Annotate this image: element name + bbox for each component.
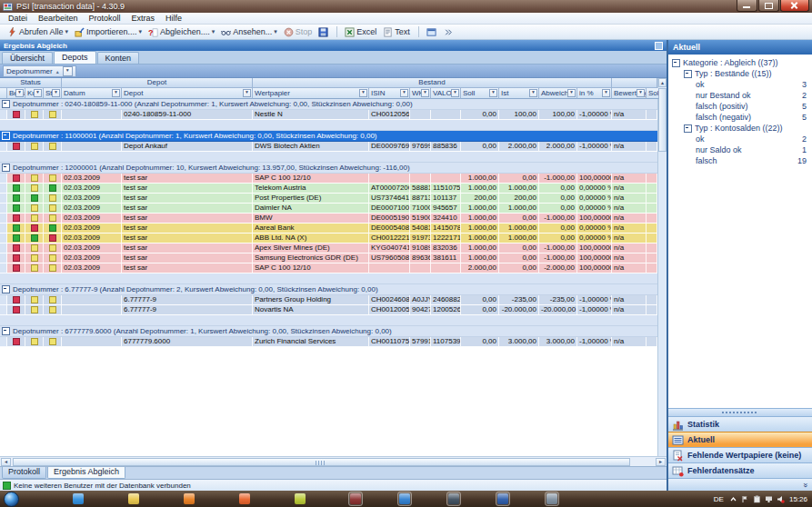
volume-icon[interactable] xyxy=(777,495,785,503)
scroll-left-arrow[interactable] xyxy=(1,458,11,466)
horizontal-scroll-thumb[interactable] xyxy=(13,458,630,466)
toolbar-button-window-icon[interactable] xyxy=(424,26,439,38)
table-row[interactable]: 02.03.2009test sarApex Silver Mines (DE)… xyxy=(0,244,657,254)
filter-dropdown-icon[interactable] xyxy=(15,89,24,97)
filter-dropdown-icon[interactable] xyxy=(34,89,42,97)
browser-icon[interactable] xyxy=(398,492,411,505)
horizontal-scrollbar[interactable] xyxy=(0,456,667,466)
column-header-depot[interactable]: Depot xyxy=(122,88,253,99)
toolbar-button-abgleichen[interactable]: ?Abgleichen.... xyxy=(145,26,217,38)
column-header-datum[interactable]: Datum xyxy=(62,88,122,99)
tree-item-kategorie-abgleich-37[interactable]: Kategorie : Abgleich ((37)) xyxy=(668,57,812,68)
tab-übersicht[interactable]: Übersicht xyxy=(2,52,53,64)
table-row[interactable]: Depot AnkaufDWS Biotech AktienDE00097699… xyxy=(0,142,657,152)
filter-dropdown-icon[interactable] xyxy=(637,89,645,97)
app-window-icon[interactable] xyxy=(349,492,362,505)
start-button[interactable] xyxy=(4,492,19,507)
vertical-scroll-thumb[interactable] xyxy=(658,88,667,152)
collapse-icon[interactable] xyxy=(2,285,10,293)
tree-item-falsch[interactable]: falsch19 xyxy=(668,155,812,166)
filter-dropdown-icon[interactable] xyxy=(52,89,60,97)
filter-dropdown-icon[interactable] xyxy=(489,89,497,97)
filter-dropdown-icon[interactable] xyxy=(112,89,120,97)
database-icon[interactable] xyxy=(447,492,460,505)
column-header-abweich[interactable]: Abweich xyxy=(539,88,577,99)
group-header-row[interactable]: Depotnummer : 6.77777-9 (Anzahl Depotnum… xyxy=(0,284,657,295)
column-header-ist[interactable]: Ist xyxy=(499,88,539,99)
filter-dropdown-icon[interactable] xyxy=(243,89,251,97)
group-header-row[interactable]: Depotnummer : 11000001 (Anzahl Depotnumm… xyxy=(0,131,657,142)
column-header-soll[interactable]: Soll xyxy=(461,88,499,99)
tool-icon[interactable] xyxy=(546,492,558,505)
internet-explorer-icon[interactable] xyxy=(72,492,85,505)
menu-item-bearbeiten[interactable]: Bearbeiten xyxy=(33,14,84,23)
scroll-up-arrow[interactable] xyxy=(658,78,667,87)
chevron-icon[interactable] xyxy=(801,482,808,487)
collapse-icon[interactable] xyxy=(684,124,692,133)
menu-item-protokoll[interactable]: Protokoll xyxy=(84,14,126,23)
language-indicator[interactable]: DE xyxy=(713,495,725,503)
collapse-icon[interactable] xyxy=(2,100,10,108)
table-row[interactable]: 02.03.2009test sarDaimler NADE0007100000… xyxy=(0,204,657,214)
bottom-tab-protokoll[interactable]: Protokoll xyxy=(2,467,46,479)
sidebar-button-aktuell[interactable]: Aktuell xyxy=(668,432,812,447)
tree-item-ok[interactable]: ok2 xyxy=(668,134,812,144)
collapse-icon[interactable] xyxy=(2,164,10,172)
table-row[interactable]: 02.03.2009test sarPost Properties (DE)US… xyxy=(0,194,657,204)
filter-dropdown-icon[interactable] xyxy=(567,89,576,97)
table-row[interactable]: 02.03.2009test sarTelekom AustriaAT00007… xyxy=(0,184,657,194)
toolbar-button-text[interactable]: Text xyxy=(380,26,413,38)
column-header-ku[interactable]: Ku xyxy=(25,88,44,99)
column-header-isin[interactable]: ISIN xyxy=(369,88,410,99)
maximize-button[interactable] xyxy=(758,0,779,12)
group-header-row[interactable]: Depotnummer : 0240-180859-11-000 (Anzahl… xyxy=(0,99,657,110)
word-icon[interactable] xyxy=(496,492,509,505)
column-header-soll-2[interactable]: Soll xyxy=(647,88,659,99)
toolbar-button-importieren[interactable]: Importieren.... xyxy=(72,26,145,38)
menu-item-datei[interactable]: Datei xyxy=(3,14,33,23)
table-row[interactable]: 02.03.2009test sarABB Ltd. NA (X)CH00122… xyxy=(0,234,657,244)
collapse-icon[interactable] xyxy=(2,327,10,335)
filter-dropdown-icon[interactable] xyxy=(400,89,408,97)
column-header-in-%[interactable]: in % xyxy=(577,88,612,99)
group-header-row[interactable]: Depotnummer : 12000001 (Anzahl Depotnumm… xyxy=(0,163,657,174)
toolbar-button-stop[interactable]: Stop xyxy=(281,26,316,38)
sidebar-button-fehlende-wertpapiere-keine[interactable]: Fehlende Wertpapiere (keine) xyxy=(668,447,812,462)
panel-pin-icon[interactable] xyxy=(655,42,663,50)
tab-konten[interactable]: Konten xyxy=(97,52,140,64)
column-header-besta[interactable]: Besta xyxy=(7,88,25,99)
hidden-icons-chevron[interactable] xyxy=(729,495,737,503)
minimize-button[interactable] xyxy=(737,0,757,12)
column-header-bewertungs[interactable]: Bewertungs xyxy=(612,88,647,99)
filter-dropdown-icon[interactable] xyxy=(602,89,610,97)
column-header-valor[interactable]: VALOR xyxy=(431,88,461,99)
bottom-tab-ergebnis-abgleich[interactable]: Ergebnis Abgleich xyxy=(47,467,125,479)
flag-icon[interactable] xyxy=(741,495,749,503)
dropdown-caret-icon[interactable] xyxy=(274,28,277,35)
folder-icon[interactable] xyxy=(127,492,140,505)
network-icon[interactable] xyxy=(765,495,773,503)
column-header-st[interactable]: St xyxy=(44,88,62,99)
dropdown-caret-icon[interactable] xyxy=(139,28,143,35)
menu-item-hilfe[interactable]: Hilfe xyxy=(160,14,187,23)
tree-item-typ-bestände-15[interactable]: Typ : Bestände ((15)) xyxy=(668,68,812,79)
table-row[interactable]: 0240-180859-11-000Nestle NCH00120560470,… xyxy=(0,110,657,120)
tree-item-typ-kontosalden-22[interactable]: Typ : Kontosalden ((22)) xyxy=(668,123,812,134)
sidebar-button-fehlerdatensätze[interactable]: Fehlerdatensätze xyxy=(668,462,812,478)
filter-dropdown-icon[interactable] xyxy=(451,89,459,97)
clock[interactable]: 15:26 xyxy=(789,495,807,503)
table-row[interactable]: 02.03.2009test sarSAP C 100 12/102.000,0… xyxy=(0,263,657,273)
vertical-scrollbar[interactable] xyxy=(657,78,667,456)
menu-item-extras[interactable]: Extras xyxy=(126,14,161,23)
tree-item-falsch-negativ[interactable]: falsch (negativ)5 xyxy=(668,112,812,123)
table-row[interactable]: 6777779.6000Zurich Financial ServicesCH0… xyxy=(0,337,657,347)
table-row[interactable]: 02.03.2009test sarBMWDE00051900035190003… xyxy=(0,214,657,224)
close-button[interactable] xyxy=(780,0,809,12)
column-header-wertpapier[interactable]: Wertpapier xyxy=(253,88,369,99)
table-row[interactable]: 6.77777-9Partners Group HoldingCH0024608… xyxy=(0,295,657,305)
filter-dropdown-icon[interactable] xyxy=(529,89,537,97)
filter-dropdown-icon[interactable] xyxy=(359,89,367,97)
collapse-icon[interactable] xyxy=(672,59,680,67)
toolbar-button-excel[interactable]: Excel xyxy=(342,26,379,38)
tab-depots[interactable]: Depots xyxy=(54,51,96,64)
